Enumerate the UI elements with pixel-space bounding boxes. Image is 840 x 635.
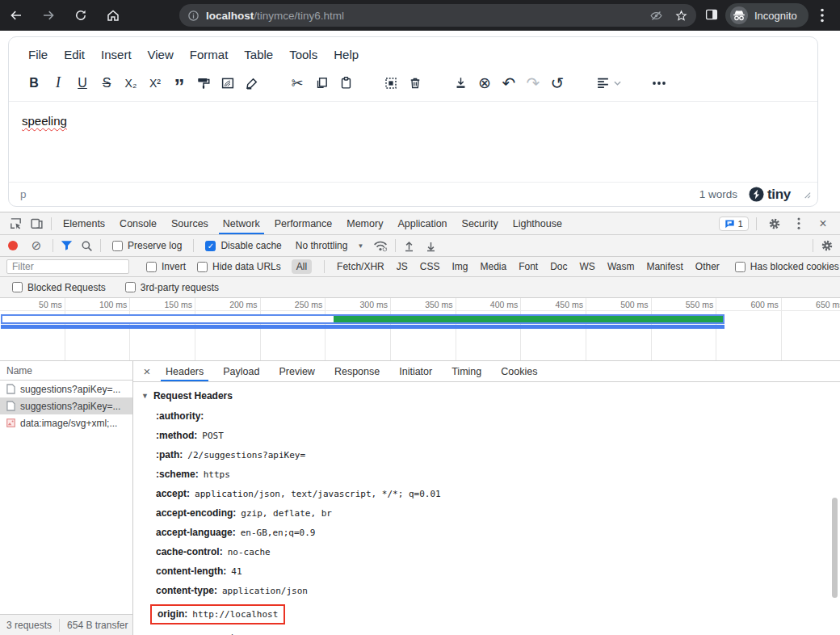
filter-type-js[interactable]: JS [397, 261, 408, 272]
tab-sources[interactable]: Sources [164, 212, 216, 234]
tab-console[interactable]: Console [112, 212, 164, 234]
menu-tools[interactable]: Tools [281, 44, 326, 65]
back-button[interactable] [0, 0, 32, 31]
devtools-menu-button[interactable] [788, 213, 809, 234]
issues-counter-button[interactable]: 1 [719, 217, 749, 231]
bold-button[interactable]: B [22, 71, 46, 95]
detail-tab-response[interactable]: Response [325, 361, 389, 381]
redo-button[interactable]: ↷ [521, 71, 545, 95]
reload-button[interactable] [65, 0, 97, 31]
device-toolbar-button[interactable] [26, 213, 47, 234]
editor-content-area[interactable]: speeling [9, 102, 817, 182]
filter-input[interactable] [6, 259, 129, 274]
request-row[interactable]: data:image/svg+xml;... [0, 414, 132, 431]
detail-tab-preview[interactable]: Preview [269, 361, 324, 381]
resize-handle-icon[interactable] [802, 190, 811, 199]
paste-button[interactable] [334, 71, 358, 95]
menu-format[interactable]: Format [182, 44, 237, 65]
filter-type-manifest[interactable]: Manifest [646, 261, 682, 272]
filter-type-css[interactable]: CSS [420, 261, 440, 272]
filter-type-fetch-xhr[interactable]: Fetch/XHR [337, 261, 384, 272]
filter-type-other[interactable]: Other [695, 261, 720, 272]
search-network-button[interactable] [81, 240, 93, 252]
devtools-settings-button[interactable] [764, 213, 785, 234]
subscript-button[interactable]: X₂ [119, 71, 143, 95]
home-button[interactable] [97, 0, 129, 31]
delete-button[interactable] [403, 71, 427, 95]
tab-network[interactable]: Network [216, 212, 267, 234]
tab-performance[interactable]: Performance [267, 212, 340, 234]
tab-elements[interactable]: Elements [56, 212, 112, 234]
filter-type-font[interactable]: Font [519, 261, 538, 272]
menu-table[interactable]: Table [236, 44, 281, 65]
invert-checkbox[interactable]: Invert [142, 261, 190, 272]
close-detail-button[interactable]: × [138, 364, 156, 378]
format-painter-button[interactable] [191, 71, 216, 95]
cut-button[interactable]: ✂ [285, 71, 309, 95]
permanent-pen-button[interactable] [240, 71, 264, 95]
detail-tab-cookies[interactable]: Cookies [491, 361, 547, 381]
preserve-log-checkbox[interactable]: Preserve log [108, 240, 186, 251]
bookmark-star-icon[interactable] [674, 9, 688, 23]
filter-type-doc[interactable]: Doc [550, 261, 567, 272]
copy-button[interactable] [309, 71, 334, 95]
filter-toggle-button[interactable] [61, 240, 73, 251]
filter-type-ws[interactable]: WS [580, 261, 595, 272]
devtools-close-button[interactable]: × [813, 213, 834, 234]
remove-button[interactable]: ⊗ [472, 71, 497, 95]
detail-tab-payload[interactable]: Payload [213, 361, 269, 381]
menu-view[interactable]: View [140, 44, 182, 65]
element-path[interactable]: p [20, 188, 27, 200]
site-info-icon[interactable] [187, 10, 200, 22]
side-panel-button[interactable] [704, 7, 719, 22]
throttling-dropdown[interactable]: No throttling ▼ [289, 240, 371, 251]
network-settings-button[interactable] [821, 239, 834, 252]
tab-memory[interactable]: Memory [339, 212, 390, 234]
address-bar[interactable]: localhost/tinymce/tiny6.html [179, 4, 696, 27]
third-party-requests-checkbox[interactable]: 3rd-party requests [121, 282, 223, 293]
tinymce-brand[interactable]: tiny [749, 187, 791, 203]
menu-insert[interactable]: Insert [93, 44, 140, 65]
has-blocked-cookies-checkbox[interactable]: Has blocked cookies [731, 261, 840, 272]
alignment-dropdown-button[interactable] [590, 71, 626, 95]
network-conditions-button[interactable] [373, 240, 388, 252]
italic-button[interactable]: I [46, 71, 70, 95]
import-har-button[interactable] [403, 240, 415, 252]
inspect-element-button[interactable] [5, 213, 26, 234]
tab-lighthouse[interactable]: Lighthouse [506, 212, 569, 234]
export-button[interactable] [448, 71, 472, 95]
disable-cache-checkbox[interactable]: ✓ Disable cache [201, 240, 285, 251]
name-column-header[interactable]: Name [0, 361, 132, 381]
select-all-button[interactable] [379, 71, 403, 95]
forward-button[interactable] [32, 0, 65, 31]
filter-type-img[interactable]: Img [452, 261, 468, 272]
detail-tab-initiator[interactable]: Initiator [389, 361, 442, 381]
tab-security[interactable]: Security [455, 212, 506, 234]
menu-file[interactable]: File [20, 44, 56, 65]
detail-tab-headers[interactable]: Headers [156, 361, 213, 381]
filter-type-media[interactable]: Media [480, 261, 506, 272]
underline-button[interactable]: U [70, 71, 94, 95]
eye-blocked-icon[interactable] [649, 9, 663, 23]
blockquote-button[interactable]: ” [167, 71, 191, 95]
request-row[interactable]: suggestions?apiKey=... [0, 381, 132, 397]
browser-menu-button[interactable] [821, 8, 824, 23]
restore-draft-button[interactable]: ↺ [545, 71, 569, 95]
record-network-log-button[interactable] [8, 241, 18, 250]
detail-tab-timing[interactable]: Timing [442, 361, 491, 381]
more-toolbar-button[interactable] [647, 71, 671, 95]
blocked-requests-checkbox[interactable]: Blocked Requests [8, 282, 110, 293]
hide-data-urls-checkbox[interactable]: Hide data URLs [193, 261, 285, 272]
export-har-button[interactable] [425, 240, 437, 252]
menu-edit[interactable]: Edit [56, 44, 93, 65]
request-row-selected[interactable]: suggestions?apiKey=... [0, 397, 132, 414]
misspelled-word[interactable]: speeling [22, 114, 67, 128]
menu-help[interactable]: Help [326, 44, 367, 65]
superscript-button[interactable]: X² [143, 71, 167, 95]
strikethrough-button[interactable]: S [94, 71, 119, 95]
request-headers-section[interactable]: ▼ Request Headers [141, 390, 840, 402]
scrollbar-thumb[interactable] [832, 498, 838, 598]
filter-type-all[interactable]: All [292, 259, 312, 274]
clear-network-log-button[interactable]: ⊘ [27, 238, 45, 253]
tab-application[interactable]: Application [390, 212, 454, 234]
